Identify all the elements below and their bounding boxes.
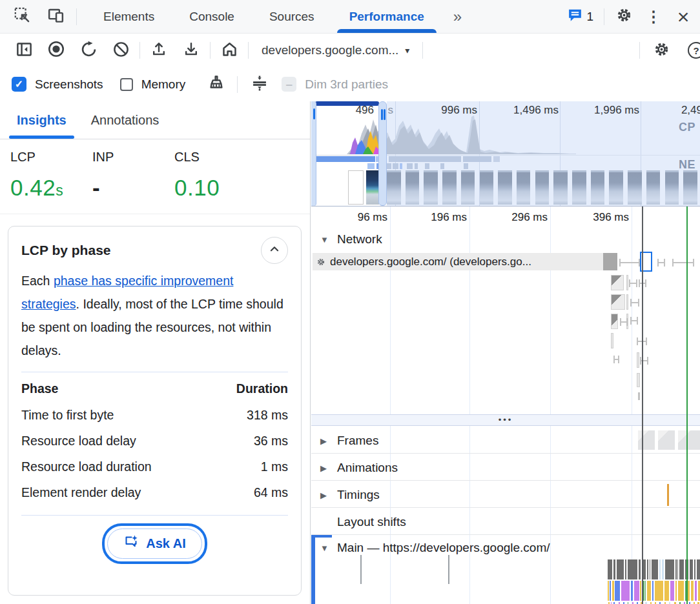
flame-segment[interactable] — [691, 581, 694, 601]
flame-segment[interactable] — [631, 581, 633, 601]
network-request-bar[interactable]: developers.google.com/ (developers.go... — [313, 253, 604, 270]
network-request-bar[interactable] — [630, 299, 639, 307]
frames-section-header[interactable]: ▶ Frames — [311, 434, 378, 448]
flame-segment[interactable] — [694, 559, 695, 579]
network-request-bar[interactable] — [626, 294, 628, 310]
save-profile-button[interactable] — [178, 37, 204, 63]
flame-segment[interactable] — [610, 581, 611, 601]
flame-segment[interactable] — [665, 559, 674, 579]
metric-inp[interactable]: INP - — [92, 150, 174, 201]
tab-performance[interactable]: Performance — [332, 0, 442, 33]
flame-segment[interactable] — [670, 581, 674, 601]
capture-settings-button[interactable] — [648, 37, 674, 63]
network-request-bar[interactable] — [629, 279, 637, 287]
flame-segment[interactable] — [613, 559, 615, 579]
frame-thumbnail[interactable] — [657, 430, 675, 450]
flame-segment[interactable] — [677, 559, 678, 579]
memory-checkbox[interactable] — [120, 78, 133, 91]
settings-button[interactable] — [611, 4, 637, 30]
flame-segment[interactable] — [621, 581, 630, 601]
network-request-bar[interactable] — [637, 373, 640, 387]
flame-segment[interactable] — [634, 581, 639, 601]
home-button[interactable] — [216, 37, 242, 63]
network-request-bar[interactable] — [620, 318, 628, 326]
flame-segment[interactable] — [690, 559, 693, 579]
animations-section-header[interactable]: ▶ Animations — [311, 461, 398, 475]
network-request-bar[interactable] — [611, 294, 625, 310]
network-request-bar[interactable] — [638, 392, 640, 400]
flame-segment[interactable] — [650, 559, 650, 579]
inspect-element-button[interactable] — [9, 4, 35, 30]
flame-segment[interactable] — [617, 559, 624, 579]
metric-cls[interactable]: CLS 0.10 — [174, 150, 256, 201]
close-devtools-button[interactable]: × — [670, 4, 696, 30]
network-request-bar[interactable] — [657, 259, 665, 267]
network-request-bar[interactable] — [637, 352, 639, 368]
tab-console[interactable]: Console — [172, 0, 252, 33]
flame-segment[interactable] — [678, 581, 684, 601]
flame-segment[interactable] — [652, 581, 654, 601]
flame-segment[interactable] — [608, 581, 609, 601]
screenshots-option[interactable]: ✓ Screenshots — [12, 77, 103, 92]
timeline-overview[interactable]: 496s996 ms1,496 ms1,996 ms2,49 CP NE — [311, 101, 700, 206]
flame-segment[interactable] — [612, 581, 614, 601]
flame-segment[interactable] — [615, 581, 620, 601]
memory-option[interactable]: Memory — [120, 77, 186, 92]
issues-counter[interactable]: 1 — [563, 7, 597, 26]
more-tabs-button[interactable]: » — [442, 0, 472, 33]
network-request-bar[interactable] — [611, 314, 618, 329]
frame-thumbnail[interactable] — [637, 430, 655, 450]
flame-segment[interactable] — [655, 581, 663, 601]
network-request-bar[interactable] — [640, 357, 648, 365]
load-profile-button[interactable] — [146, 37, 172, 63]
playhead-marker[interactable] — [642, 206, 643, 604]
help-button[interactable]: ? — [683, 37, 700, 63]
record-and-reload-button[interactable] — [76, 37, 101, 63]
network-request-bar[interactable] — [630, 317, 638, 325]
network-section-header[interactable]: ▼ Network — [311, 232, 382, 247]
screenshots-checkbox[interactable]: ✓ — [12, 77, 26, 92]
tab-sources[interactable]: Sources — [252, 0, 332, 33]
record-button[interactable] — [43, 37, 69, 63]
layout-shifts-section-header[interactable]: Layout shifts — [311, 515, 406, 529]
network-request-bar[interactable] — [619, 259, 640, 267]
flame-segment[interactable] — [662, 559, 664, 579]
network-request-bar[interactable] — [611, 333, 613, 348]
flame-segment[interactable] — [679, 559, 684, 579]
network-request-bar[interactable] — [611, 275, 624, 290]
tab-elements[interactable]: Elements — [86, 0, 172, 33]
flame-segment[interactable] — [625, 559, 626, 579]
flame-segment[interactable] — [675, 581, 677, 601]
network-request-bar[interactable] — [613, 356, 619, 363]
flame-segment[interactable] — [645, 581, 646, 601]
toggle-sidebar-button[interactable] — [11, 37, 37, 63]
flame-segment[interactable] — [688, 581, 690, 601]
flame-segment[interactable] — [608, 559, 612, 579]
garbage-collect-button[interactable] — [203, 72, 229, 97]
collapse-tracks-button[interactable] — [247, 72, 273, 97]
ask-ai-button[interactable]: Ask AI — [107, 528, 202, 559]
window-right-handle[interactable] — [378, 101, 387, 206]
flame-segment[interactable] — [628, 559, 637, 579]
timings-section-header[interactable]: ▶ Timings — [311, 488, 380, 502]
clear-recording-button[interactable] — [108, 37, 134, 63]
flame-segment[interactable] — [697, 559, 700, 579]
flame-segment[interactable] — [652, 559, 658, 579]
network-request-bar[interactable] — [626, 275, 628, 290]
tab-insights[interactable]: Insights — [9, 101, 74, 139]
flame-segment[interactable] — [640, 581, 641, 601]
flame-segment[interactable] — [647, 559, 648, 579]
menu-button[interactable]: ⋮ — [641, 4, 666, 30]
flame-segment[interactable] — [643, 581, 644, 601]
device-toolbar-button[interactable] — [43, 4, 68, 30]
frame-thumbnail[interactable] — [677, 430, 700, 450]
flame-segment[interactable] — [695, 581, 697, 601]
main-thread-section-header[interactable]: ▼ Main — https://developers.google.com/ — [311, 541, 550, 555]
timeline-tracks[interactable]: 96 ms196 ms296 ms396 ms ▼ Network develo… — [311, 206, 700, 604]
metric-lcp[interactable]: LCP 0.42s — [10, 150, 92, 201]
flame-segment[interactable] — [688, 559, 688, 579]
window-left-handle[interactable] — [311, 101, 316, 206]
flame-segment[interactable] — [664, 581, 669, 601]
collapse-card-button[interactable] — [261, 237, 288, 264]
flame-segment[interactable] — [659, 559, 661, 579]
